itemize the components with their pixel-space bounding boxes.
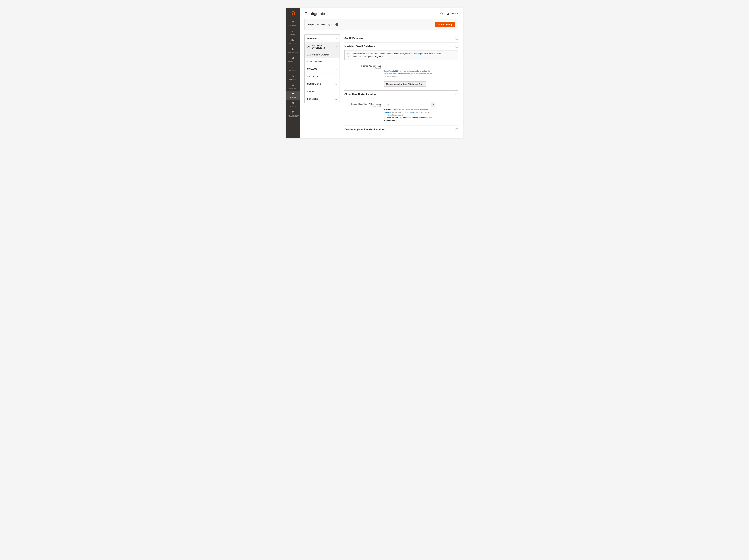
nav-label: CUSTOMERS <box>288 51 298 53</box>
tab-customers[interactable]: CUSTOMERS ⌄ <box>305 80 340 88</box>
nav-content[interactable]: CONTENT <box>286 64 300 73</box>
store-icon <box>291 92 294 95</box>
nav-marketing[interactable]: MARKETING <box>286 55 300 64</box>
dollar-icon <box>291 29 294 33</box>
save-config-button[interactable]: Save Config <box>435 22 455 27</box>
nav-label: FIND PARTNERS & EXTENSIONS <box>286 114 299 118</box>
section-maxmind: MaxMind GeoIP Database ⌃ This GeoIP exte… <box>344 42 458 91</box>
section-title: GeoIP Database <box>344 37 364 40</box>
maxmind-link[interactable]: https://www.maxmind.com <box>418 53 441 55</box>
content-area: GENERAL ⌄ MAGEFAN EXTENSIONS ⌃ Auto Curr… <box>300 30 463 138</box>
tab-sales[interactable]: SALES ⌄ <box>305 88 340 95</box>
section-toggle[interactable]: GeoIP Database ⌄ <box>344 35 458 42</box>
help-icon[interactable]: ? <box>336 23 338 26</box>
tab-services[interactable]: SERVICES ⌄ <box>305 95 340 103</box>
tab-magefan-extensions[interactable]: MAGEFAN EXTENSIONS ⌃ <box>305 42 340 51</box>
section-title: MaxMind GeoIP Database <box>344 45 375 48</box>
dashboard-icon <box>291 21 294 24</box>
nav-label: SYSTEM <box>290 105 296 107</box>
field-update-button: Update MaxMind GeoIP Database Now <box>344 82 458 87</box>
expand-icon: ⌄ <box>455 37 458 40</box>
field-label: License Key (optional) [global] <box>344 64 384 69</box>
section-toggle[interactable]: CloudFlare IP Geolocation ⌃ <box>344 91 458 99</box>
nav-system[interactable]: SYSTEM <box>286 100 300 109</box>
nav-sales[interactable]: SALES <box>286 28 300 37</box>
tab-catalog[interactable]: CATALOG ⌄ <box>305 65 340 73</box>
user-name: admin <box>451 13 456 15</box>
section-title: Developer (Simulate Geolocation) <box>344 128 385 131</box>
search-icon[interactable] <box>440 12 443 16</box>
section-toggle[interactable]: MaxMind GeoIP Database ⌃ <box>344 42 458 50</box>
note-emphasis: Note that without this option GeoLocatio… <box>384 116 432 121</box>
tab-label: MAGEFAN EXTENSIONS <box>312 44 334 49</box>
enable-cloudflare-select[interactable]: Yes ▼ <box>384 102 435 107</box>
cloudflare-link[interactable]: Cloudflare <box>384 111 392 113</box>
nav-label: REPORTS <box>289 78 296 80</box>
section-body: This GeoIP extension includes GeoLite2 d… <box>344 50 458 90</box>
scope-note: [store view] <box>344 105 381 107</box>
scope-select[interactable]: Default Config ▼ <box>317 23 333 26</box>
nav-label: CONTENT <box>289 69 296 71</box>
tab-label: GENERAL <box>307 37 318 40</box>
nav-label: CATALOG <box>290 42 296 44</box>
user-menu[interactable]: admin ▼ <box>447 13 458 15</box>
license-key-input[interactable] <box>384 64 435 69</box>
section-geoip-database: GeoIP Database ⌄ <box>344 35 458 42</box>
license-note: Enter MaxMind License Key and save confi… <box>384 70 432 78</box>
scope-value: Default Config <box>317 23 330 26</box>
bar-chart-icon <box>291 74 294 78</box>
note-attention: Attention! <box>384 108 392 110</box>
collapse-icon: ⌃ <box>455 45 458 48</box>
field-label-empty <box>344 82 384 82</box>
update-maxmind-button[interactable]: Update MaxMind GeoIP Database Now <box>384 82 426 87</box>
collapse-icon: ⌃ <box>455 93 458 96</box>
note-text: This option will be ignored as you do no… <box>392 108 428 110</box>
page-title: Configuration <box>304 11 329 16</box>
section-body: Enable CloudFlare IP Geolocation [store … <box>344 102 458 125</box>
section-developer: Developer (Simulate Geolocation) ⌄ <box>344 126 458 133</box>
nav-partners[interactable]: FIND PARTNERS & EXTENSIONS <box>286 109 300 120</box>
nav-catalog[interactable]: CATALOG <box>286 37 300 46</box>
section-toggle[interactable]: Developer (Simulate Geolocation) ⌄ <box>344 126 458 133</box>
nav-label: SALES <box>291 33 295 35</box>
person-icon <box>291 47 294 51</box>
caret-down-icon: ▼ <box>457 13 458 15</box>
tab-security[interactable]: SECURITY ⌄ <box>305 73 340 80</box>
expand-icon: ⌄ <box>455 128 458 131</box>
tab-general[interactable]: GENERAL ⌄ <box>305 35 340 42</box>
info-text: . <box>441 53 441 55</box>
cloudflare-note: Attention! This option will be ignored a… <box>384 108 432 122</box>
nav-customers[interactable]: CUSTOMERS <box>286 46 300 55</box>
chevron-up-icon: ⌃ <box>335 45 337 48</box>
chevron-down-icon: ⌄ <box>335 82 337 85</box>
ip-geolocation-link[interactable]: IP Geolocation <box>407 111 419 113</box>
layout-icon <box>291 65 294 69</box>
magefan-icon <box>291 84 294 87</box>
chevron-down-icon: ⌄ <box>335 98 337 101</box>
license-key-link[interactable]: MaxMind License Key <box>388 70 406 72</box>
magefan-icon <box>307 46 310 48</box>
sub-geoip-database[interactable]: GeoIP Database <box>305 58 340 65</box>
label-text: License Key (optional) <box>361 65 381 67</box>
nav-stores[interactable]: STORES <box>286 91 300 100</box>
section-title: CloudFlare IP Geolocation <box>344 93 376 96</box>
maxmind-info-box: This GeoIP extension includes GeoLite2 d… <box>344 50 458 60</box>
tab-label: SECURITY <box>307 75 318 78</box>
tab-label: CUSTOMERS <box>307 83 321 85</box>
info-text: This GeoIP extension includes GeoLite2 d… <box>347 53 418 55</box>
field-control: Enter MaxMind License Key and save confi… <box>384 64 435 78</box>
sub-auto-currency[interactable]: Auto Currency Switcher <box>305 51 340 58</box>
nav-reports[interactable]: REPORTS <box>286 73 300 82</box>
nav-magefan[interactable]: MAGEFAN <box>286 82 300 91</box>
magento-logo[interactable] <box>286 8 300 19</box>
admin-frame: DASHBOARD SALES CATALOG CUSTOMERS MARKET… <box>286 8 463 138</box>
note-text: for the website or <box>392 111 407 113</box>
nav-dashboard[interactable]: DASHBOARD <box>286 19 300 28</box>
section-cloudflare: CloudFlare IP Geolocation ⌃ Enable Cloud… <box>344 91 458 126</box>
scope-note: [global] <box>344 67 381 69</box>
nav-label: MAGEFAN <box>289 87 296 89</box>
config-panels: GeoIP Database ⌄ MaxMind GeoIP Database … <box>344 35 458 133</box>
megaphone-icon <box>291 57 294 60</box>
select-value: Yes <box>384 102 431 107</box>
magefan-subitems: Auto Currency Switcher GeoIP Database <box>305 51 340 65</box>
